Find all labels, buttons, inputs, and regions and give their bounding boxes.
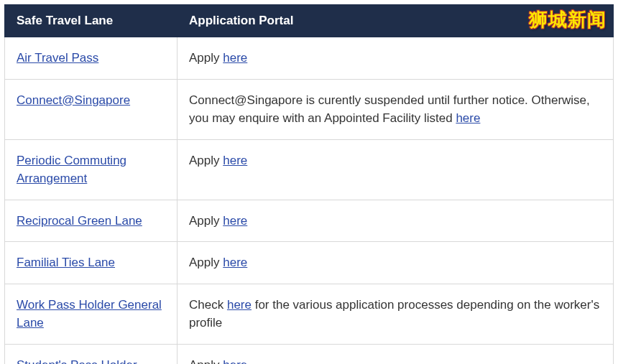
safe-travel-table: Safe Travel Lane Application Portal Air … bbox=[4, 4, 614, 364]
portal-link-here[interactable]: here bbox=[223, 51, 247, 65]
table-row: Periodic Commuting Arrangement Apply her… bbox=[5, 139, 614, 200]
table-row: Student's Pass Holder Lane Apply here bbox=[5, 344, 614, 364]
portal-link-here[interactable]: here bbox=[223, 154, 247, 167]
portal-link-here[interactable]: here bbox=[227, 298, 252, 312]
table-row: Reciprocal Green Lane Apply here bbox=[5, 200, 614, 242]
portal-link-here[interactable]: here bbox=[223, 214, 247, 228]
lane-link-connect-singapore[interactable]: Connect@Singapore bbox=[17, 93, 130, 107]
header-application-portal: Application Portal bbox=[177, 5, 614, 37]
portal-link-here[interactable]: here bbox=[456, 111, 480, 125]
lane-link-air-travel-pass[interactable]: Air Travel Pass bbox=[17, 51, 98, 65]
table-row: Familial Ties Lane Apply here bbox=[5, 242, 614, 284]
table-row: Work Pass Holder General Lane Check here… bbox=[5, 284, 614, 344]
portal-link-here[interactable]: here bbox=[223, 256, 247, 269]
lane-link-students-pass[interactable]: Student's Pass Holder Lane bbox=[17, 358, 137, 365]
portal-link-here[interactable]: here bbox=[223, 358, 247, 365]
portal-cell: Check here for the various application p… bbox=[177, 284, 614, 344]
portal-text-prefix: Apply bbox=[189, 51, 223, 65]
table-row: Connect@Singapore Connect@Singapore is c… bbox=[5, 79, 614, 139]
portal-text-prefix: Apply bbox=[189, 256, 223, 269]
lane-link-work-pass-holder[interactable]: Work Pass Holder General Lane bbox=[17, 298, 162, 330]
lane-link-periodic-commuting[interactable]: Periodic Commuting Arrangement bbox=[17, 154, 126, 186]
header-safe-travel-lane: Safe Travel Lane bbox=[5, 5, 177, 37]
portal-text-prefix: Apply bbox=[189, 358, 223, 365]
lane-link-familial-ties[interactable]: Familial Ties Lane bbox=[17, 256, 115, 269]
table-header-row: Safe Travel Lane Application Portal bbox=[5, 5, 614, 37]
table-row: Air Travel Pass Apply here bbox=[5, 37, 614, 80]
portal-cell: Connect@Singapore is curently suspended … bbox=[177, 79, 614, 139]
portal-text-prefix: Check bbox=[189, 298, 227, 312]
portal-cell: Apply here bbox=[177, 242, 614, 284]
portal-text-prefix: Apply bbox=[189, 154, 223, 167]
portal-cell: Apply here bbox=[177, 37, 614, 80]
portal-text-prefix: Connect@Singapore is curently suspended … bbox=[189, 93, 590, 126]
portal-cell: Apply here bbox=[177, 344, 614, 364]
portal-cell: Apply here bbox=[177, 200, 614, 242]
lane-link-reciprocal-green[interactable]: Reciprocal Green Lane bbox=[17, 214, 142, 228]
portal-cell: Apply here bbox=[177, 139, 614, 200]
portal-text-prefix: Apply bbox=[189, 214, 223, 228]
